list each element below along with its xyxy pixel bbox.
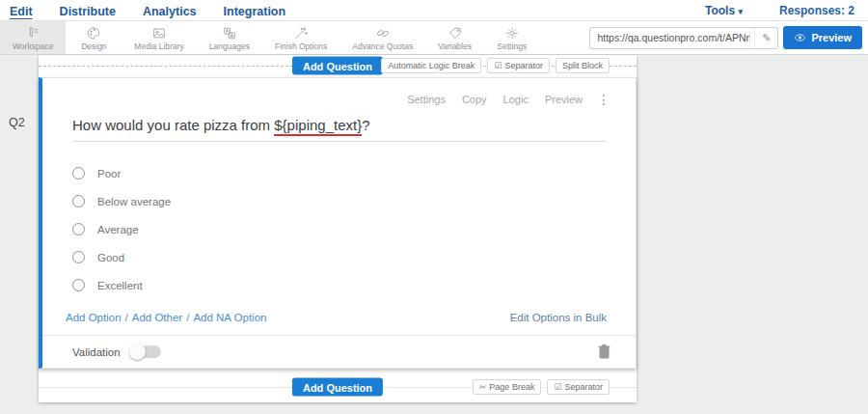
question-preview-link[interactable]: Preview bbox=[545, 94, 583, 105]
page-break-button[interactable]: ✂Page Break bbox=[473, 379, 542, 395]
link-separator: / bbox=[125, 312, 128, 323]
tools-menu[interactable]: Tools ▾ bbox=[705, 4, 743, 17]
validation-toggle[interactable] bbox=[130, 345, 161, 358]
answer-option-row: Poor bbox=[72, 159, 636, 187]
toolbar-item-label: Media Library bbox=[134, 41, 184, 51]
nav-tab-distribute[interactable]: Distribute bbox=[60, 3, 116, 18]
editor-toolbar: Workspace Design Media Library Languages… bbox=[0, 21, 868, 55]
automatic-logic-break-button[interactable]: Automatic Logic Break bbox=[381, 58, 481, 73]
separator-button-bottom[interactable]: ☑Separator bbox=[547, 379, 610, 395]
question-copy-link[interactable]: Copy bbox=[462, 94, 487, 105]
validation-label: Validation bbox=[72, 346, 121, 358]
radio-button[interactable] bbox=[72, 279, 85, 291]
workspace-area: Q2 Add Question Automatic Logic Break ☑S… bbox=[0, 55, 868, 414]
piping-text-token: ${piping_text} bbox=[274, 117, 362, 136]
advance-quotas-icon bbox=[375, 26, 391, 41]
option-label[interactable]: Poor bbox=[97, 168, 121, 179]
answer-option-row: Below average bbox=[72, 187, 636, 215]
scissors-icon: ✂ bbox=[479, 382, 487, 392]
edit-options-in-bulk-link[interactable]: Edit Options in Bulk bbox=[510, 312, 607, 323]
toolbar-item-label: Languages bbox=[209, 41, 250, 51]
radio-button[interactable] bbox=[72, 223, 85, 235]
question-card: Settings Copy Logic Preview ⋮ How would … bbox=[39, 77, 637, 369]
link-separator: / bbox=[186, 312, 189, 323]
variables-icon bbox=[448, 26, 463, 41]
bottom-insert-row: Add Question ✂Page Break ☑Separator bbox=[39, 376, 637, 398]
validation-row: Validation bbox=[42, 335, 636, 368]
checkbox-checked-icon: ☑ bbox=[554, 382, 561, 392]
radio-button[interactable] bbox=[72, 195, 85, 207]
kebab-menu-icon[interactable]: ⋮ bbox=[597, 95, 610, 104]
toolbar-item-finish-options[interactable]: Finish Options bbox=[262, 21, 339, 54]
toolbar-item-label: Design bbox=[81, 41, 106, 51]
question-card-header: Settings Copy Logic Preview ⋮ bbox=[42, 78, 636, 107]
question-code: Q2 bbox=[9, 116, 25, 129]
survey-url-box: ✎ bbox=[589, 27, 778, 49]
add-other-link[interactable]: Add Other bbox=[132, 312, 182, 323]
survey-block-panel: Add Question Automatic Logic Break ☑Sepa… bbox=[39, 55, 637, 402]
eye-icon bbox=[794, 33, 806, 42]
answer-option-row: Good bbox=[72, 243, 636, 271]
answer-option-row: Excellent bbox=[72, 271, 636, 299]
chevron-down-icon: ▾ bbox=[738, 7, 743, 16]
toolbar-item-label: Workspace bbox=[13, 41, 53, 51]
toolbar-item-languages[interactable]: Languages bbox=[197, 21, 262, 54]
toolbar-item-workspace[interactable]: Workspace bbox=[0, 21, 66, 54]
separator-button-top[interactable]: ☑Separator bbox=[487, 58, 550, 73]
design-icon bbox=[86, 26, 101, 41]
toolbar-item-label: Finish Options bbox=[275, 41, 327, 51]
workspace-icon bbox=[25, 26, 41, 41]
option-label[interactable]: Excellent bbox=[97, 280, 143, 291]
radio-button[interactable] bbox=[72, 251, 85, 263]
nav-tab-edit[interactable]: Edit bbox=[10, 3, 33, 18]
toolbar-item-label: Advance Quotas bbox=[352, 41, 413, 51]
option-label[interactable]: Good bbox=[97, 252, 124, 263]
edit-url-pencil-icon[interactable]: ✎ bbox=[754, 28, 777, 48]
finish-options-icon bbox=[293, 26, 309, 41]
toolbar-item-advance-quotas[interactable]: Advance Quotas bbox=[339, 21, 425, 54]
add-na-option-link[interactable]: Add NA Option bbox=[193, 312, 266, 323]
toolbar-item-design[interactable]: Design bbox=[66, 21, 122, 54]
add-question-button-top[interactable]: Add Question bbox=[292, 57, 383, 75]
survey-url-input[interactable] bbox=[590, 32, 754, 43]
toolbar-item-media-library[interactable]: Media Library bbox=[122, 21, 197, 54]
languages-icon bbox=[222, 26, 237, 41]
answer-option-row: Average bbox=[72, 215, 636, 243]
split-block-button[interactable]: Split Block bbox=[556, 58, 610, 73]
toolbar-item-label: Settings bbox=[498, 41, 528, 51]
settings-icon bbox=[504, 26, 520, 41]
delete-question-trash-icon[interactable] bbox=[598, 345, 610, 359]
question-settings-link[interactable]: Settings bbox=[407, 94, 446, 105]
top-nav: Edit Distribute Analytics Integration To… bbox=[0, 0, 868, 21]
checkbox-checked-icon: ☑ bbox=[494, 61, 502, 70]
add-question-button-bottom[interactable]: Add Question bbox=[292, 378, 383, 397]
add-option-link[interactable]: Add Option bbox=[66, 312, 122, 323]
responses-count[interactable]: Responses: 2 bbox=[779, 4, 854, 17]
nav-tab-analytics[interactable]: Analytics bbox=[143, 3, 197, 18]
survey-editor-screen: Edit Distribute Analytics Integration To… bbox=[0, 0, 868, 414]
answer-options-list: Poor Below average Average Good bbox=[72, 159, 636, 299]
preview-button-label: Preview bbox=[811, 32, 852, 43]
top-insert-row: Add Question Automatic Logic Break ☑Sepa… bbox=[39, 55, 637, 76]
option-actions-row: Add Option / Add Other / Add NA Option E… bbox=[66, 312, 607, 323]
option-label[interactable]: Below average bbox=[97, 196, 171, 207]
question-text-field[interactable]: How would you rate pizza from ${piping_t… bbox=[72, 117, 607, 142]
media-library-icon bbox=[151, 26, 167, 41]
question-logic-link[interactable]: Logic bbox=[503, 94, 529, 105]
toolbar-item-settings[interactable]: Settings bbox=[484, 21, 540, 54]
nav-tab-integration[interactable]: Integration bbox=[224, 3, 286, 18]
option-label[interactable]: Average bbox=[97, 224, 139, 235]
toolbar-item-variables[interactable]: Variables bbox=[425, 21, 484, 54]
toggle-knob bbox=[129, 344, 146, 360]
radio-button[interactable] bbox=[72, 167, 85, 179]
toolbar-item-label: Variables bbox=[438, 41, 472, 51]
question-text: How would you rate pizza from ${piping_t… bbox=[72, 117, 370, 136]
preview-button[interactable]: Preview bbox=[783, 26, 862, 49]
